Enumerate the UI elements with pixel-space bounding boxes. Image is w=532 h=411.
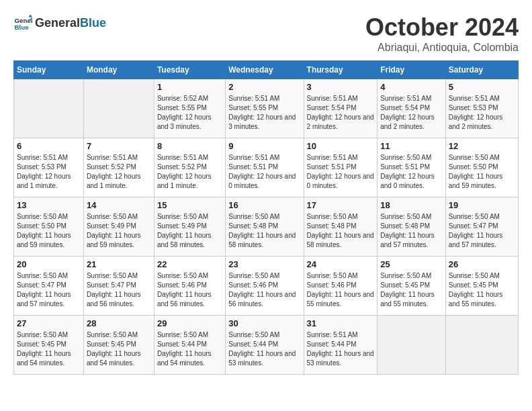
day-number: 7 [87,141,151,151]
calendar-cell: 21Sunrise: 5:50 AM Sunset: 5:47 PM Dayli… [83,257,154,316]
day-info: Sunrise: 5:50 AM Sunset: 5:48 PM Dayligh… [228,212,300,250]
day-info: Sunrise: 5:51 AM Sunset: 5:51 PM Dayligh… [307,153,375,191]
day-info: Sunrise: 5:51 AM Sunset: 5:51 PM Dayligh… [228,153,300,191]
week-row-2: 6Sunrise: 5:51 AM Sunset: 5:53 PM Daylig… [14,138,519,197]
day-info: Sunrise: 5:50 AM Sunset: 5:46 PM Dayligh… [157,271,222,309]
day-info: Sunrise: 5:50 AM Sunset: 5:47 PM Dayligh… [449,212,515,250]
day-info: Sunrise: 5:51 AM Sunset: 5:55 PM Dayligh… [228,94,300,132]
day-number: 4 [380,82,443,92]
day-number: 26 [449,259,515,269]
day-info: Sunrise: 5:51 AM Sunset: 5:44 PM Dayligh… [307,330,375,368]
day-number: 17 [307,200,375,210]
day-number: 19 [449,200,515,210]
day-number: 3 [307,82,375,92]
weekday-header-monday: Monday [83,61,154,79]
calendar-cell: 3Sunrise: 5:51 AM Sunset: 5:54 PM Daylig… [304,79,378,138]
week-row-3: 13Sunrise: 5:50 AM Sunset: 5:50 PM Dayli… [14,197,519,257]
day-info: Sunrise: 5:50 AM Sunset: 5:47 PM Dayligh… [87,271,151,309]
day-info: Sunrise: 5:50 AM Sunset: 5:45 PM Dayligh… [449,271,515,309]
weekday-header-wednesday: Wednesday [226,61,304,79]
weekday-header-row: SundayMondayTuesdayWednesdayThursdayFrid… [14,61,519,79]
day-number: 22 [157,259,222,269]
calendar-cell: 24Sunrise: 5:50 AM Sunset: 5:46 PM Dayli… [304,257,378,316]
day-info: Sunrise: 5:51 AM Sunset: 5:52 PM Dayligh… [157,153,222,191]
day-number: 1 [157,82,222,92]
day-info: Sunrise: 5:50 AM Sunset: 5:46 PM Dayligh… [228,271,300,309]
weekday-header-saturday: Saturday [445,61,518,79]
day-info: Sunrise: 5:50 AM Sunset: 5:50 PM Dayligh… [17,212,81,250]
calendar-cell: 5Sunrise: 5:51 AM Sunset: 5:53 PM Daylig… [445,79,518,138]
day-number: 31 [307,318,375,328]
day-info: Sunrise: 5:50 AM Sunset: 5:45 PM Dayligh… [380,271,443,309]
weekday-header-sunday: Sunday [14,61,84,79]
weekday-header-thursday: Thursday [304,61,378,79]
day-info: Sunrise: 5:50 AM Sunset: 5:51 PM Dayligh… [380,153,443,191]
day-number: 24 [307,259,375,269]
calendar-cell: 23Sunrise: 5:50 AM Sunset: 5:46 PM Dayli… [226,257,304,316]
day-info: Sunrise: 5:50 AM Sunset: 5:44 PM Dayligh… [157,330,222,368]
calendar-cell: 28Sunrise: 5:50 AM Sunset: 5:45 PM Dayli… [83,316,154,375]
day-number: 23 [228,259,300,269]
week-row-5: 27Sunrise: 5:50 AM Sunset: 5:45 PM Dayli… [14,316,519,375]
day-info: Sunrise: 5:51 AM Sunset: 5:54 PM Dayligh… [380,94,443,132]
day-number: 12 [449,141,515,151]
day-info: Sunrise: 5:50 AM Sunset: 5:47 PM Dayligh… [17,271,81,309]
day-info: Sunrise: 5:50 AM Sunset: 5:44 PM Dayligh… [228,330,300,368]
calendar-cell [445,316,518,375]
calendar-cell: 7Sunrise: 5:51 AM Sunset: 5:52 PM Daylig… [83,138,154,197]
logo-icon: General Blue [13,13,32,32]
day-info: Sunrise: 5:51 AM Sunset: 5:53 PM Dayligh… [17,153,81,191]
svg-text:Blue: Blue [14,24,29,31]
logo-blue: Blue [80,16,106,30]
day-number: 15 [157,200,222,210]
day-number: 9 [228,141,300,151]
day-number: 20 [17,259,81,269]
day-info: Sunrise: 5:50 AM Sunset: 5:49 PM Dayligh… [157,212,222,250]
day-number: 16 [228,200,300,210]
logo-general: General [35,16,80,30]
calendar-table: SundayMondayTuesdayWednesdayThursdayFrid… [13,60,519,375]
calendar-cell: 15Sunrise: 5:50 AM Sunset: 5:49 PM Dayli… [154,197,225,257]
calendar-cell: 14Sunrise: 5:50 AM Sunset: 5:49 PM Dayli… [83,197,154,257]
calendar-cell [83,79,154,138]
calendar-cell: 8Sunrise: 5:51 AM Sunset: 5:52 PM Daylig… [154,138,225,197]
day-info: Sunrise: 5:50 AM Sunset: 5:45 PM Dayligh… [17,330,81,368]
day-number: 27 [17,318,81,328]
calendar-cell: 6Sunrise: 5:51 AM Sunset: 5:53 PM Daylig… [14,138,84,197]
calendar-cell: 18Sunrise: 5:50 AM Sunset: 5:48 PM Dayli… [378,197,446,257]
weekday-header-tuesday: Tuesday [154,61,225,79]
calendar-cell: 27Sunrise: 5:50 AM Sunset: 5:45 PM Dayli… [14,316,84,375]
day-info: Sunrise: 5:50 AM Sunset: 5:45 PM Dayligh… [87,330,151,368]
day-number: 29 [157,318,222,328]
week-row-4: 20Sunrise: 5:50 AM Sunset: 5:47 PM Dayli… [14,257,519,316]
calendar-cell: 1Sunrise: 5:52 AM Sunset: 5:55 PM Daylig… [154,79,225,138]
calendar-cell: 26Sunrise: 5:50 AM Sunset: 5:45 PM Dayli… [445,257,518,316]
day-info: Sunrise: 5:50 AM Sunset: 5:48 PM Dayligh… [380,212,443,250]
day-number: 25 [380,259,443,269]
calendar-cell: 30Sunrise: 5:50 AM Sunset: 5:44 PM Dayli… [226,316,304,375]
day-info: Sunrise: 5:51 AM Sunset: 5:52 PM Dayligh… [87,153,151,191]
calendar-cell: 31Sunrise: 5:51 AM Sunset: 5:44 PM Dayli… [304,316,378,375]
calendar-cell [14,79,84,138]
month-title: October 2024 [365,13,519,42]
calendar-cell: 22Sunrise: 5:50 AM Sunset: 5:46 PM Dayli… [154,257,225,316]
day-number: 5 [449,82,515,92]
day-number: 11 [380,141,443,151]
calendar-cell: 13Sunrise: 5:50 AM Sunset: 5:50 PM Dayli… [14,197,84,257]
svg-marker-2 [28,14,32,17]
calendar-cell: 25Sunrise: 5:50 AM Sunset: 5:45 PM Dayli… [378,257,446,316]
week-row-1: 1Sunrise: 5:52 AM Sunset: 5:55 PM Daylig… [14,79,519,138]
calendar-cell: 16Sunrise: 5:50 AM Sunset: 5:48 PM Dayli… [226,197,304,257]
calendar-cell: 17Sunrise: 5:50 AM Sunset: 5:48 PM Dayli… [304,197,378,257]
day-info: Sunrise: 5:51 AM Sunset: 5:53 PM Dayligh… [449,94,515,132]
day-info: Sunrise: 5:50 AM Sunset: 5:49 PM Dayligh… [87,212,151,250]
calendar-cell: 4Sunrise: 5:51 AM Sunset: 5:54 PM Daylig… [378,79,446,138]
header: General Blue General Blue October 2024 A… [13,13,519,54]
day-number: 21 [87,259,151,269]
weekday-header-friday: Friday [378,61,446,79]
calendar-cell: 29Sunrise: 5:50 AM Sunset: 5:44 PM Dayli… [154,316,225,375]
day-number: 18 [380,200,443,210]
subtitle: Abriaqui, Antioquia, Colombia [365,42,519,54]
day-info: Sunrise: 5:50 AM Sunset: 5:48 PM Dayligh… [307,212,375,250]
day-number: 6 [17,141,81,151]
